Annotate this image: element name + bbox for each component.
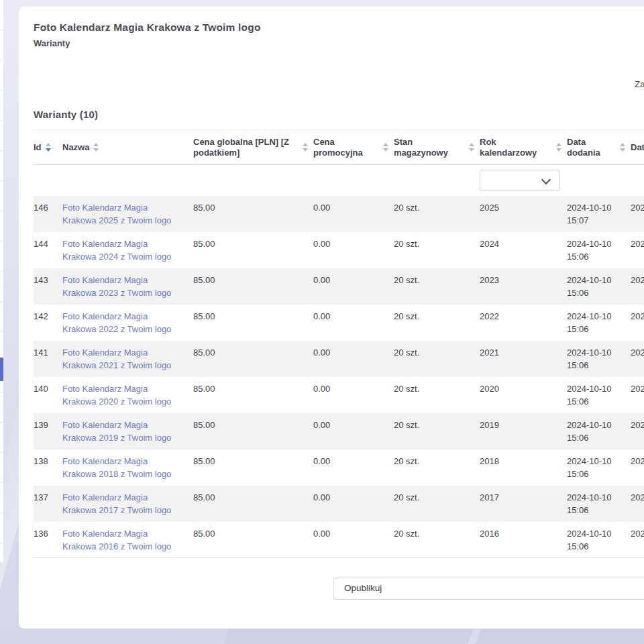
variant-id: 144 — [34, 232, 62, 268]
column-header-stan-magazynowy[interactable]: Stan magazynowy — [394, 130, 480, 165]
variant-name-cell: Foto Kalendarz Magia Krakowa 2019 z Twoi… — [62, 413, 193, 449]
variant-created: 2024-10-10 15:06 — [567, 268, 631, 305]
variant-name-link[interactable]: Foto Kalendarz Magia Krakowa 2018 z Twoi… — [62, 455, 182, 480]
sort-icon — [469, 143, 474, 152]
variant-year: 2021 — [480, 341, 567, 377]
variant-updated: 2024-10-10 15:06 — [631, 341, 644, 377]
variant-name-link[interactable]: Foto Kalendarz Magia Krakowa 2016 z Twoi… — [62, 527, 182, 553]
rok-filter-select[interactable] — [480, 170, 560, 191]
column-header-nazwa[interactable]: Nazwa — [62, 130, 193, 165]
variant-name-link[interactable]: Foto Kalendarz Magia Krakowa 2020 z Twoi… — [62, 382, 182, 408]
variant-name-link[interactable]: Foto Kalendarz Magia Krakowa 2022 z Twoi… — [62, 310, 182, 335]
variant-year: 2016 — [480, 522, 567, 558]
table-header-row: Id Nazwa Cena globalna [PLN] [Z podatkie… — [34, 130, 644, 165]
variant-price: 85.00 — [193, 305, 313, 341]
variant-promo-price: 0.00 — [313, 232, 394, 268]
filter-row — [34, 165, 644, 196]
section-heading: Warianty (10) — [34, 109, 98, 120]
column-header-data-aktualizacji[interactable]: Data aktualizacji — [631, 130, 644, 165]
variant-created: 2024-10-10 15:06 — [567, 486, 631, 522]
variant-id: 138 — [34, 449, 62, 486]
variant-stock: 20 szt. — [394, 268, 480, 305]
variant-updated: 2024-10-10 15:06 — [631, 377, 644, 413]
sort-icon — [383, 143, 388, 152]
variant-id: 146 — [34, 196, 62, 232]
bulk-action-label: Opublikuj — [344, 583, 382, 593]
variant-name-cell: Foto Kalendarz Magia Krakowa 2021 z Twoi… — [62, 341, 193, 377]
variant-created: 2024-10-10 15:06 — [567, 449, 631, 486]
variant-name-cell: Foto Kalendarz Magia Krakowa 2020 z Twoi… — [62, 377, 193, 413]
variant-stock: 20 szt. — [394, 413, 480, 449]
sort-icon — [93, 143, 99, 152]
variant-price: 85.00 — [193, 268, 313, 305]
variant-price: 85.00 — [193, 341, 313, 377]
variant-year: 2022 — [480, 305, 567, 341]
variant-updated: 2024-10-10 15:07 — [631, 196, 644, 232]
variant-created: 2024-10-10 15:06 — [567, 377, 631, 413]
variant-id: 137 — [34, 486, 62, 522]
sidebar-active-item[interactable] — [0, 358, 3, 381]
variant-stock: 20 szt. — [394, 486, 480, 522]
table-row: 143 Foto Kalendarz Magia Krakowa 2023 z … — [34, 268, 644, 305]
variant-year: 2025 — [480, 196, 567, 232]
save-button[interactable]: Zapisz — [635, 79, 644, 89]
table-row: 138 Foto Kalendarz Magia Krakowa 2018 z … — [34, 449, 644, 486]
variant-name-link[interactable]: Foto Kalendarz Magia Krakowa 2025 z Twoi… — [62, 201, 182, 227]
variant-created: 2024-10-10 15:06 — [567, 232, 631, 268]
table-row: 144 Foto Kalendarz Magia Krakowa 2024 z … — [34, 232, 644, 268]
bulk-action-select[interactable]: Opublikuj — [333, 578, 644, 600]
variant-updated: 2024-10-10 15:06 — [631, 268, 644, 305]
variant-id: 140 — [34, 377, 62, 413]
variant-name-cell: Foto Kalendarz Magia Krakowa 2024 z Twoi… — [62, 232, 193, 268]
variant-created: 2024-10-10 15:06 — [567, 413, 631, 449]
variant-promo-price: 0.00 — [313, 268, 394, 305]
variant-name-link[interactable]: Foto Kalendarz Magia Krakowa 2021 z Twoi… — [62, 346, 182, 372]
variant-name-link[interactable]: Foto Kalendarz Magia Krakowa 2017 z Twoi… — [62, 491, 182, 517]
column-header-cena-promocyjna[interactable]: Cena promocyjna — [313, 130, 394, 165]
variant-promo-price: 0.00 — [313, 196, 394, 232]
variant-stock: 20 szt. — [394, 522, 480, 558]
variant-created: 2024-10-10 15:06 — [567, 341, 631, 377]
table-row: 142 Foto Kalendarz Magia Krakowa 2022 z … — [34, 305, 644, 341]
variant-id: 143 — [34, 268, 62, 305]
variant-year: 2024 — [480, 232, 567, 268]
variant-name-cell: Foto Kalendarz Magia Krakowa 2023 z Twoi… — [62, 268, 193, 305]
variant-promo-price: 0.00 — [313, 522, 394, 558]
variant-price: 85.00 — [193, 377, 313, 413]
variant-year: 2020 — [480, 377, 567, 413]
table-row: 141 Foto Kalendarz Magia Krakowa 2021 z … — [34, 341, 644, 377]
variant-price: 85.00 — [193, 196, 313, 232]
table-row: 136 Foto Kalendarz Magia Krakowa 2016 z … — [34, 522, 644, 558]
variant-name-link[interactable]: Foto Kalendarz Magia Krakowa 2024 z Twoi… — [62, 237, 182, 263]
variant-price: 85.00 — [193, 486, 313, 522]
variant-updated: 2024-10-10 15:06 — [631, 486, 644, 522]
variant-id: 139 — [34, 413, 62, 449]
variant-created: 2024-10-10 15:07 — [567, 196, 631, 232]
sort-icon — [620, 143, 625, 152]
variant-stock: 20 szt. — [394, 196, 480, 232]
column-header-cena-globalna[interactable]: Cena globalna [PLN] [Z podatkiem] — [193, 130, 313, 165]
table-row: 146 Foto Kalendarz Magia Krakowa 2025 z … — [34, 196, 644, 232]
variant-stock: 20 szt. — [394, 449, 480, 486]
variant-stock: 20 szt. — [394, 377, 480, 413]
table-row: 137 Foto Kalendarz Magia Krakowa 2017 z … — [34, 486, 644, 522]
variant-year: 2018 — [480, 449, 567, 486]
variant-updated: 2024-10-10 15:06 — [631, 232, 644, 268]
column-header-rok-kalendarzowy[interactable]: Rok kalendarzowy — [480, 130, 567, 165]
variant-updated: 2024-10-10 15:06 — [631, 413, 644, 449]
variant-stock: 20 szt. — [394, 341, 480, 377]
variant-name-cell: Foto Kalendarz Magia Krakowa 2022 z Twoi… — [62, 305, 193, 341]
column-header-data-dodania[interactable]: Data dodania — [567, 130, 631, 165]
variant-promo-price: 0.00 — [313, 377, 394, 413]
variant-id: 141 — [34, 341, 62, 377]
column-header-id[interactable]: Id — [34, 130, 62, 165]
variant-name-cell: Foto Kalendarz Magia Krakowa 2018 z Twoi… — [62, 449, 193, 486]
variant-updated: 2024-10-10 15:06 — [631, 522, 644, 558]
variant-id: 136 — [34, 522, 62, 558]
variant-name-link[interactable]: Foto Kalendarz Magia Krakowa 2019 z Twoi… — [62, 419, 182, 444]
variant-name-link[interactable]: Foto Kalendarz Magia Krakowa 2023 z Twoi… — [62, 274, 182, 299]
variant-promo-price: 0.00 — [313, 486, 394, 522]
variant-year: 2019 — [480, 413, 567, 449]
page-title: Foto Kalendarz Magia Krakowa z Twoim log… — [34, 21, 261, 34]
sidebar-edge[interactable] — [0, 0, 3, 562]
